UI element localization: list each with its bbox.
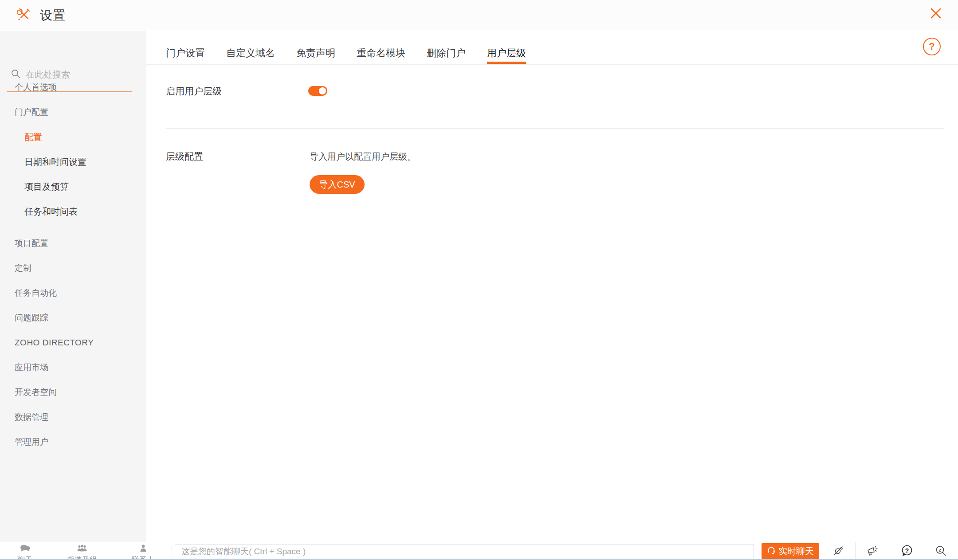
sidebar-item-task-timesheet[interactable]: 任务和时间表: [0, 199, 146, 224]
tab-rename-modules[interactable]: 重命名模块: [357, 31, 405, 64]
contacts-tab-label: 联系人: [132, 555, 154, 560]
svg-text:?: ?: [905, 547, 909, 554]
sidebar-item-issue-tracking[interactable]: 问题跟踪: [0, 305, 146, 330]
tab-delete-portal[interactable]: 删除门户: [427, 31, 466, 64]
settings-tabbar: 门户设置 自定义域名 免责声明 重命名模块 删除门户 用户层级: [146, 31, 958, 65]
hierarchy-config-label: 层级配置: [166, 150, 203, 163]
group-icon: [76, 544, 88, 554]
chat-tabs: 聊天 频道及组 联系人: [0, 542, 172, 560]
contact-icon: [139, 544, 147, 554]
plug-off-icon[interactable]: [821, 542, 855, 559]
live-chat-button[interactable]: 实时聊天: [762, 543, 819, 560]
sidebar-item-task-automation[interactable]: 任务自动化: [0, 281, 146, 305]
sidebar-item-project-config[interactable]: 项目配置: [0, 231, 146, 256]
main-content: 门户设置 自定义域名 免责声明 重命名模块 删除门户 用户层级 ? 启用用户层级…: [146, 31, 958, 542]
enable-hierarchy-label: 启用用户层级: [166, 85, 222, 98]
channels-tab-label: 频道及组: [67, 555, 97, 560]
toggle-knob: [319, 87, 326, 94]
sidebar-item-zoho-directory[interactable]: ZOHO DIRECTORY: [0, 330, 146, 355]
app-header: 设置: [0, 0, 958, 30]
sidebar-item-configuration[interactable]: 配置: [0, 125, 146, 149]
headset-icon: [767, 546, 776, 557]
sidebar-item-developer-space[interactable]: 开发者空间: [0, 380, 146, 405]
sidebar-item-customization[interactable]: 定制: [0, 256, 146, 281]
svg-text:z: z: [939, 547, 942, 552]
sidebar-item-personal-preferences[interactable]: 个人首选项: [0, 75, 146, 100]
close-icon[interactable]: [930, 7, 942, 20]
sidebar-item-marketplace[interactable]: 应用市场: [0, 355, 146, 380]
sidebar-item-data-management[interactable]: 数据管理: [0, 405, 146, 430]
sidebar-item-manage-users[interactable]: 管理用户: [0, 430, 146, 454]
hierarchy-config-description: 导入用户以配置用户层级。: [310, 151, 416, 163]
tab-user-hierarchy[interactable]: 用户层级: [487, 31, 526, 64]
live-chat-label: 实时聊天: [778, 545, 814, 557]
tab-custom-domain[interactable]: 自定义域名: [226, 31, 275, 64]
chat-tab-contacts[interactable]: 联系人: [132, 542, 154, 560]
tab-disclaimer[interactable]: 免责声明: [296, 31, 335, 64]
sidebar-item-project-budget[interactable]: 项目及预算: [0, 174, 146, 199]
chat-tab-channels[interactable]: 频道及组: [67, 542, 97, 560]
megaphone-icon[interactable]: [855, 542, 889, 559]
chat-tab-label: 聊天: [17, 555, 32, 560]
bottom-right-icons: ? z: [821, 542, 958, 559]
section-divider: [166, 128, 944, 129]
sidebar-item-portal-config[interactable]: 门户配置: [0, 100, 146, 125]
smart-chat-input[interactable]: [175, 544, 754, 560]
sidebar-nav: 个人首选项 门户配置 配置 日期和时间设置 项目及预算 任务和时间表 项目配置 …: [0, 75, 146, 454]
sidebar-item-date-time-settings[interactable]: 日期和时间设置: [0, 149, 146, 174]
chat-bubbles-icon: [20, 544, 30, 554]
help-icon[interactable]: ?: [923, 38, 941, 55]
import-csv-button[interactable]: 导入CSV: [310, 175, 365, 194]
tab-portal-settings[interactable]: 门户设置: [166, 31, 205, 64]
help-bubble-icon[interactable]: ?: [890, 542, 924, 559]
enable-hierarchy-toggle[interactable]: [308, 86, 327, 96]
chat-tab-chat[interactable]: 聊天: [17, 542, 32, 560]
settings-sidebar: 个人首选项 门户配置 配置 日期和时间设置 项目及预算 任务和时间表 项目配置 …: [0, 31, 146, 542]
settings-tools-icon: [17, 8, 31, 22]
page-title: 设置: [40, 7, 66, 24]
zia-search-icon[interactable]: z: [924, 542, 958, 559]
chat-bottom-bar: 聊天 频道及组 联系人: [0, 542, 958, 560]
